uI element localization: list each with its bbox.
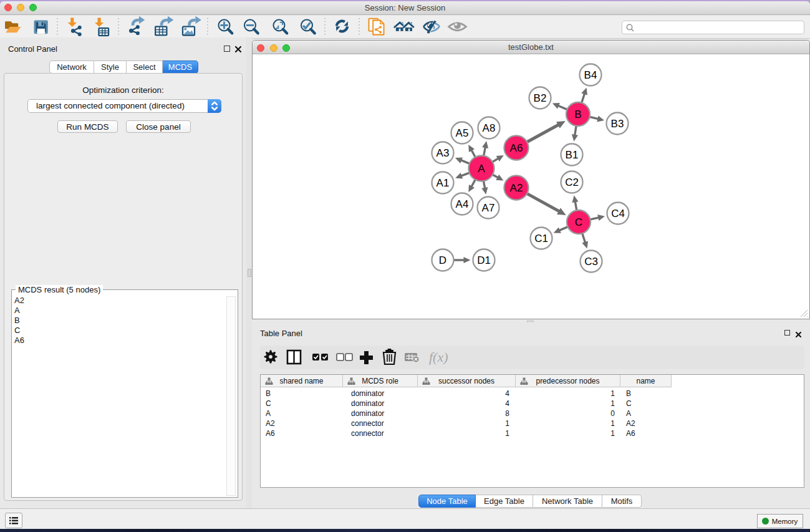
svg-text:C3: C3 <box>584 256 598 268</box>
svg-text:D1: D1 <box>477 254 491 266</box>
svg-text:A6: A6 <box>510 142 523 154</box>
svg-text:A7: A7 <box>482 202 495 214</box>
svg-text:B: B <box>574 109 581 120</box>
svg-text:A1: A1 <box>436 177 450 189</box>
svg-text:A3: A3 <box>436 147 450 159</box>
svg-text:C1: C1 <box>534 233 548 244</box>
svg-text:A5: A5 <box>456 127 469 139</box>
svg-text:D: D <box>439 254 446 266</box>
svg-text:A4: A4 <box>456 198 469 210</box>
svg-text:B1: B1 <box>566 149 579 161</box>
svg-text:B3: B3 <box>611 118 624 130</box>
svg-text:C4: C4 <box>611 208 625 220</box>
svg-text:B2: B2 <box>534 92 547 104</box>
svg-text:B4: B4 <box>584 69 597 81</box>
svg-text:A2: A2 <box>510 182 523 194</box>
svg-text:f(x): f(x) <box>429 349 448 365</box>
svg-text:A: A <box>478 163 485 175</box>
svg-text:A8: A8 <box>483 122 496 134</box>
svg-text:C: C <box>575 216 582 228</box>
svg-text:C2: C2 <box>565 177 579 188</box>
